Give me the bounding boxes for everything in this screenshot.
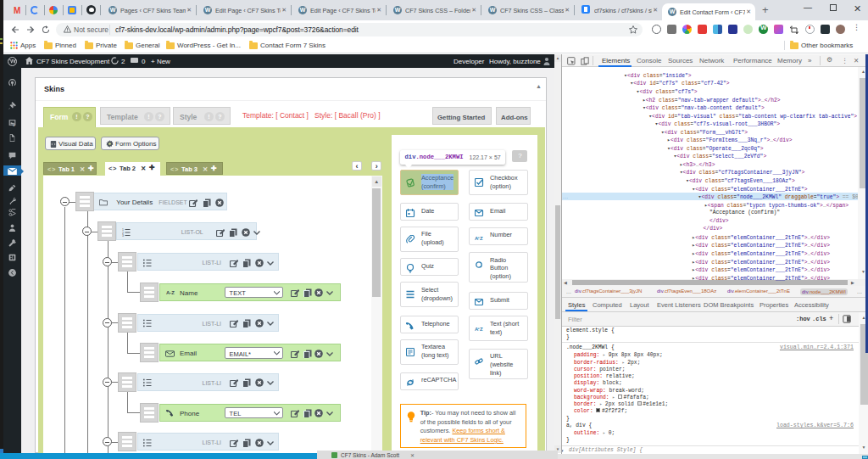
svg-text:9: 9 <box>13 123 15 127</box>
